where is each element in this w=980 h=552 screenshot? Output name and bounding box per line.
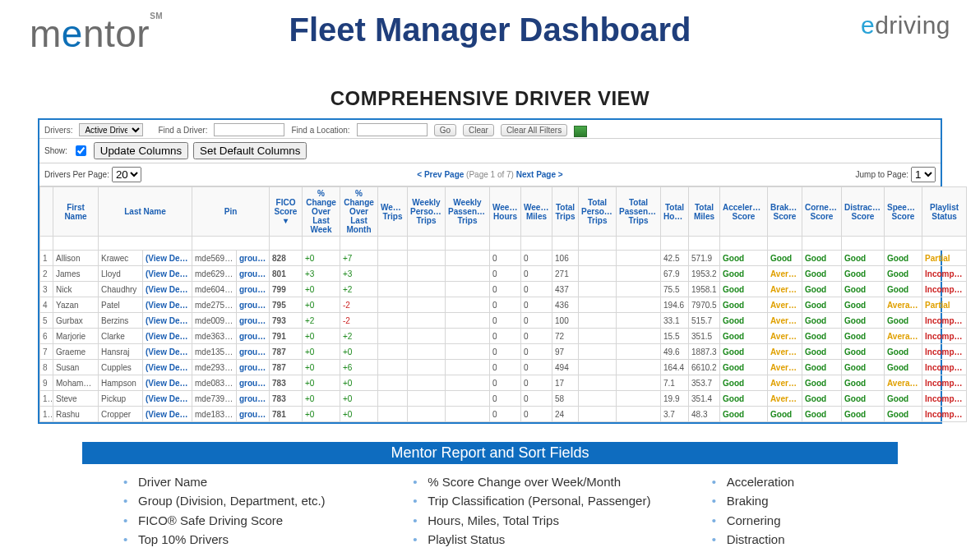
find-driver-input[interactable] <box>214 123 284 136</box>
cell-wpt <box>408 407 446 422</box>
clear-button[interactable]: Clear <box>463 124 494 136</box>
cell-view-details[interactable]: (View Details) <box>143 297 192 313</box>
fields-item: Trip Classification (Personal, Passenger… <box>428 491 678 510</box>
cell-acc: Good <box>720 251 768 266</box>
cell-view-details[interactable]: (View Details) <box>143 391 192 407</box>
find-location-input[interactable] <box>357 123 428 136</box>
clear-all-filters-button[interactable]: Clear All Filters <box>501 124 567 136</box>
table-row: 4YazanPatel(View Details)mde275373group … <box>40 297 967 313</box>
col-header[interactable] <box>40 187 53 237</box>
col-header[interactable]: Acceleration Score <box>720 187 768 237</box>
cell-view-details[interactable]: (View Details) <box>143 251 192 266</box>
cell-pls: Incomplete <box>922 282 967 297</box>
cell-wt <box>378 313 408 329</box>
cell-tpgt <box>617 375 661 391</box>
table-row: 2JamesLloyd(View Details)mde629708group … <box>40 266 967 282</box>
cell-view-details[interactable]: (View Details) <box>143 329 192 344</box>
cell-last-name: Cropper <box>99 407 143 422</box>
cell-tm: 7970.5 <box>689 297 720 313</box>
col-header[interactable]: Total Hours <box>661 187 689 237</box>
cell-chw: +0 <box>303 391 340 407</box>
dpp-select[interactable]: 20 <box>112 167 141 182</box>
cell-group[interactable]: group 2 <box>237 329 270 344</box>
cell-group[interactable]: group 3 <box>237 297 270 313</box>
jump-label: Jump to Page: <box>856 170 908 179</box>
show-checkbox[interactable] <box>76 145 86 156</box>
jump-select[interactable]: 1 <box>911 167 936 182</box>
col-header[interactable]: Weekly Passenger Trips <box>446 187 490 237</box>
go-button[interactable]: Go <box>434 124 456 136</box>
col-header[interactable]: Total Personal Trips <box>579 187 617 237</box>
col-header[interactable]: Weekly Hours <box>490 187 521 237</box>
col-header[interactable]: Pin <box>192 187 270 237</box>
cell-group[interactable]: group 6 <box>237 360 270 375</box>
cell-th: 164.4 <box>661 360 689 375</box>
next-page-link[interactable]: Next Page > <box>516 170 563 179</box>
cell-wpgt <box>446 313 490 329</box>
toolbar-row-2: Show: Update Columns Set Default Columns <box>39 139 941 163</box>
col-header[interactable]: Last Name <box>99 187 192 237</box>
cell-th: 67.9 <box>661 266 689 282</box>
col-header[interactable]: First Name <box>53 187 99 237</box>
col-header[interactable]: % Change Over Last Month <box>340 187 378 237</box>
cell-wpt <box>408 344 446 360</box>
cell-first-name: Marjorie <box>53 329 99 344</box>
col-header[interactable]: Distraction Score <box>842 187 885 237</box>
cell-dis: Good <box>842 360 885 375</box>
drivers-select[interactable]: Active Drivers <box>79 123 143 136</box>
col-header[interactable]: Weekly Personal Trips <box>408 187 446 237</box>
cell-view-details[interactable]: (View Details) <box>143 407 192 422</box>
fields-item: Playlist Status <box>428 530 678 549</box>
cell-pls: Incomplete <box>922 266 967 282</box>
export-excel-icon[interactable] <box>574 126 587 137</box>
cell-chw: +0 <box>303 297 340 313</box>
cell-tpgt <box>617 282 661 297</box>
cell-view-details[interactable]: (View Details) <box>143 313 192 329</box>
cell-wpt <box>408 251 446 266</box>
cell-tt: 436 <box>552 297 579 313</box>
cell-tpgt <box>617 251 661 266</box>
cell-pls: Incomplete <box>922 375 967 391</box>
col-header[interactable]: FICO Score ▾ <box>270 187 303 237</box>
update-columns-button[interactable]: Update Columns <box>94 142 188 159</box>
cell-cor: Good <box>802 313 842 329</box>
cell-group[interactable]: group 4 <box>237 391 270 407</box>
cell-group[interactable]: group 7 <box>237 344 270 360</box>
col-header[interactable]: % Change Over Last Week <box>303 187 340 237</box>
cell-th: 42.5 <box>661 251 689 266</box>
cell-tpt <box>579 360 617 375</box>
col-header[interactable]: Total Passenger Trips <box>617 187 661 237</box>
cell-group[interactable]: group 1 <box>237 251 270 266</box>
cell-pls: Incomplete <box>922 329 967 344</box>
col-header[interactable]: Weekly Trips <box>378 187 408 237</box>
cell-group[interactable]: group 7 <box>237 313 270 329</box>
cell-first-name: Rashu <box>53 407 99 422</box>
set-default-columns-button[interactable]: Set Default Columns <box>193 142 307 159</box>
cell-view-details[interactable]: (View Details) <box>143 266 192 282</box>
cell-fico: 781 <box>270 407 303 422</box>
col-header[interactable]: Total Trips <box>552 187 579 237</box>
prev-page-link[interactable]: < Prev Page <box>417 170 464 179</box>
cell-group[interactable]: group 1 <box>237 266 270 282</box>
col-header[interactable]: Cornering Score <box>802 187 842 237</box>
cell-pls: Incomplete <box>922 313 967 329</box>
cell-wpt <box>408 391 446 407</box>
cell-view-details[interactable]: (View Details) <box>143 360 192 375</box>
col-header[interactable]: Playlist Status <box>922 187 967 237</box>
cell-group[interactable]: group 6 <box>237 407 270 422</box>
col-header[interactable]: Braking Score <box>768 187 802 237</box>
col-header[interactable]: Total Miles <box>689 187 720 237</box>
cell-spd: Good <box>885 313 922 329</box>
cell-group[interactable]: group 5 <box>237 375 270 391</box>
col-header[interactable]: Weekly Miles <box>521 187 552 237</box>
cell-view-details[interactable]: (View Details) <box>143 344 192 360</box>
cell-view-details[interactable]: (View Details) <box>143 282 192 297</box>
fields-item: Distraction <box>727 530 857 549</box>
fields-item: Cornering <box>727 511 857 530</box>
cell-group[interactable]: group 6 <box>237 282 270 297</box>
cell-wm: 0 <box>521 329 552 344</box>
col-header[interactable]: Speeding Score <box>885 187 922 237</box>
cell-wpt <box>408 375 446 391</box>
cell-view-details[interactable]: (View Details) <box>143 375 192 391</box>
cell-last-name: Chaudhry <box>99 282 143 297</box>
